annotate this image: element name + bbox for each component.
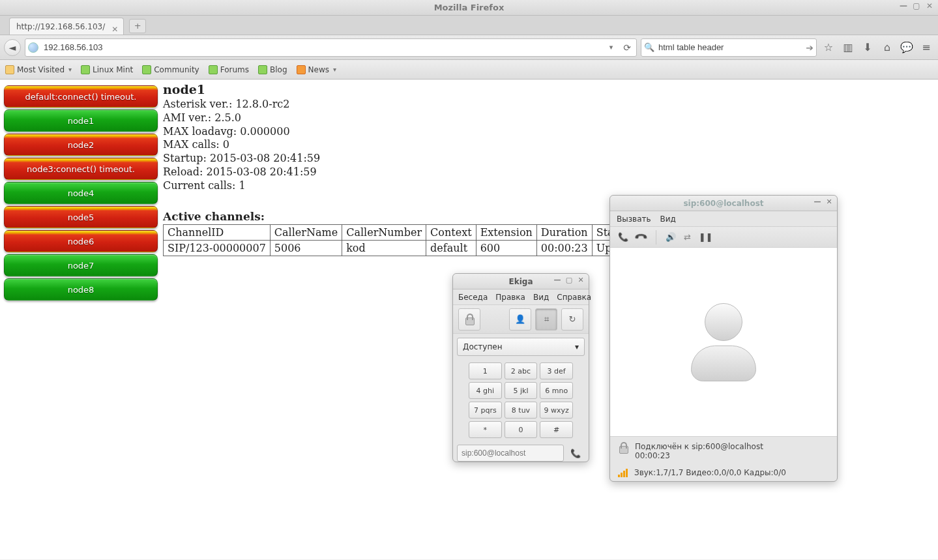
th-callername: CallerName [270,224,342,240]
mint-icon [81,65,90,74]
key-3[interactable]: 3 def [540,362,573,379]
key-0[interactable]: 0 [505,421,538,438]
bookmark-community[interactable]: Community [142,65,199,74]
ekiga-status-label: Доступен [463,342,502,351]
call-window[interactable]: sip:600@localhost — ✕ Вызвать Вид 📞 📞 🔊 … [609,195,838,482]
ekiga-call-button[interactable]: 📞 [566,445,585,462]
window-title: Mozilla Firefox [434,3,505,12]
node-button-node1[interactable]: node1 [4,110,158,132]
chevron-down-icon: ▾ [68,66,72,73]
th-callernumber: CallerNumber [342,224,426,240]
key-9[interactable]: 9 wxyz [540,402,573,419]
search-box[interactable]: 🔍 ➔ [641,38,817,57]
ekiga-menu-chat[interactable]: Беседа [458,293,488,302]
bookmark-star-icon[interactable]: ☆ [821,40,836,55]
key-4[interactable]: 4 ghi [469,382,502,399]
startup-time: Startup: 2015-03-08 20:41:59 [163,152,629,166]
node-button-node7[interactable]: node7 [4,254,158,276]
tab-close-icon[interactable]: ✕ [110,21,119,30]
call-titlebar[interactable]: sip:600@localhost — ✕ [610,196,837,211]
ekiga-maximize-icon[interactable]: ▢ [564,275,574,286]
call-toolbar: 📞 📞 🔊 ⇄ ❚❚ [610,227,837,248]
back-button[interactable]: ◄ [4,39,21,56]
max-calls: MAX calls: 0 [163,138,629,152]
close-icon[interactable]: ✕ [924,0,935,12]
lock-icon [464,314,475,325]
ekiga-titlebar[interactable]: Ekiga — ▢ ✕ [453,274,589,289]
ekiga-close-icon[interactable]: ✕ [576,275,586,286]
node-button-node6[interactable]: node6 [4,230,158,252]
call-stats: Звук:1,7/1,7 Видео:0,0/0,0 Кадры:0/0 [610,465,837,482]
pickup-icon[interactable]: 📞 [618,232,628,242]
tab-label: http://192.168.56.103/ [16,22,105,31]
search-icon: 🔍 [644,42,654,52]
chevron-down-icon: ▾ [575,342,579,351]
ekiga-sip-input[interactable] [457,445,564,462]
node-button-node3[interactable]: node3:connect() timeout. [4,158,158,180]
bookmarks-list-icon[interactable]: ▥ [840,40,856,55]
url-input[interactable] [42,42,602,53]
call-minimize-icon[interactable]: — [812,197,823,207]
chevron-down-icon: ▾ [333,66,336,73]
firefox-titlebar: Mozilla Firefox — ▢ ✕ [0,0,938,16]
call-menu-view[interactable]: Вид [660,214,676,224]
maximize-icon[interactable]: ▢ [911,0,922,12]
key-star[interactable]: * [469,421,502,438]
cell-callernumber: kod [342,240,426,256]
node-list: default:connect() timeout. node1 node2 n… [0,80,162,559]
bookmark-blog[interactable]: Blog [258,65,287,74]
chat-icon[interactable]: 💬 [899,40,915,55]
minimize-icon[interactable]: — [898,0,909,12]
node-button-node4[interactable]: node4 [4,182,158,204]
bookmark-linux-mint[interactable]: Linux Mint [81,65,133,74]
transfer-icon[interactable]: ⇄ [684,232,691,242]
active-channels-title: Active channels: [163,210,629,223]
call-duration: 00:00:23 [635,451,763,460]
bookmark-forums[interactable]: Forums [209,65,249,74]
speaker-icon[interactable]: 🔊 [666,232,676,242]
node-button-node5[interactable]: node5 [4,206,158,228]
key-2[interactable]: 2 abc [505,362,538,379]
ekiga-minimize-icon[interactable]: — [552,275,563,286]
mint-icon [142,65,151,74]
ekiga-lock-button[interactable] [458,308,480,331]
node-button-node8[interactable]: node8 [4,278,158,301]
key-8[interactable]: 8 tuv [505,402,538,419]
search-input[interactable] [657,42,803,53]
bookmark-news[interactable]: News ▾ [297,65,336,74]
hangup-icon[interactable]: 📞 [634,230,649,244]
ekiga-dialpad-button[interactable]: ⌗ [535,308,557,331]
signal-bars-icon [618,469,628,477]
key-6[interactable]: 6 mno [540,382,573,399]
key-hash[interactable]: # [540,421,573,438]
new-tab-button[interactable]: + [129,19,146,33]
channels-table: ChannelID CallerName CallerNumber Contex… [163,224,629,256]
pause-icon[interactable]: ❚❚ [699,232,713,242]
reload-icon[interactable]: ⟳ [621,42,634,53]
browser-tab[interactable]: http://192.168.56.103/ ✕ [9,18,124,35]
node-button-node2[interactable]: node2 [4,134,158,156]
cell-extension: 600 [476,240,536,256]
ekiga-menu-view[interactable]: Вид [533,293,549,302]
url-box[interactable]: ▾ ⟳ [25,38,637,57]
url-history-dropdown[interactable]: ▾ [606,43,617,52]
call-close-icon[interactable]: ✕ [824,197,834,207]
ekiga-contacts-button[interactable]: 👤 [509,308,531,331]
asterisk-version: Asterisk ver.: 12.8.0-rc2 [163,98,629,111]
ekiga-menu-help[interactable]: Справка [557,293,591,302]
ekiga-history-button[interactable]: ↻ [561,308,583,331]
node-name: node1 [163,82,629,96]
downloads-icon[interactable]: ⬇ [860,40,875,55]
home-icon[interactable]: ⌂ [879,40,895,55]
key-7[interactable]: 7 pqrs [469,402,502,419]
bookmark-most-visited[interactable]: Most Visited ▾ [5,65,72,74]
node-button-default[interactable]: default:connect() timeout. [4,85,158,108]
search-go-icon[interactable]: ➔ [806,42,813,53]
ekiga-menu-edit[interactable]: Правка [495,293,525,302]
key-5[interactable]: 5 jkl [505,382,538,399]
ekiga-status-select[interactable]: Доступен ▾ [457,338,585,356]
call-menu-call[interactable]: Вызвать [617,214,651,224]
hamburger-menu-icon[interactable]: ≡ [918,40,934,55]
ekiga-window[interactable]: Ekiga — ▢ ✕ Беседа Правка Вид Справка 👤 … [452,273,589,462]
key-1[interactable]: 1 [469,362,502,379]
